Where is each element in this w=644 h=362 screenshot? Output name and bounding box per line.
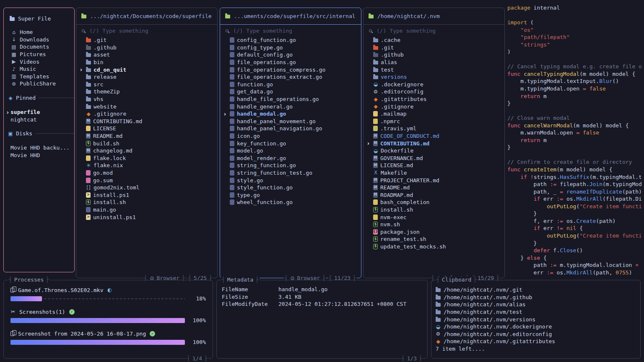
- file-row[interactable]: .mailmap: [364, 110, 504, 118]
- file-row[interactable]: {}package.json: [364, 228, 504, 235]
- file-row[interactable]: MREADME.md: [76, 132, 217, 140]
- file-row[interactable]: MCONTRIBUTING.md: [76, 118, 217, 125]
- file-row[interactable]: nvm-exec: [364, 213, 504, 221]
- file-row[interactable]: wheel_function.go: [220, 199, 361, 206]
- file-row[interactable]: website: [76, 103, 217, 110]
- file-row[interactable]: ⚙.editorconfig: [364, 88, 504, 96]
- disk-item-movie-hhd[interactable]: Movie HHD: [4, 152, 74, 159]
- file-row[interactable]: src: [76, 81, 217, 88]
- file-row[interactable]: vhs: [76, 96, 217, 103]
- file-row[interactable]: .cache: [364, 36, 504, 44]
- sidebar-item-home[interactable]: ⌂Home: [4, 28, 74, 36]
- pinned-item-superfile[interactable]: ›superfile: [4, 109, 74, 116]
- file-row[interactable]: XMakefile: [364, 169, 504, 177]
- file-row[interactable]: .git: [76, 36, 217, 44]
- file-row[interactable]: config_function.go: [220, 36, 361, 44]
- file-row[interactable]: $install.sh: [364, 206, 504, 214]
- file-row[interactable]: test: [364, 66, 504, 73]
- file-row[interactable]: ◆.gitignore: [364, 103, 504, 110]
- panel-search[interactable]: (/) Type something: [76, 25, 217, 36]
- panel-search[interactable]: (/) Type something: [220, 25, 361, 36]
- file-row[interactable]: release: [76, 73, 217, 81]
- file-row[interactable]: $update_test_mocks.sh: [364, 243, 504, 251]
- file-row[interactable]: Mchangelog.md: [76, 147, 217, 155]
- file-row[interactable]: []gomod2nix.toml: [76, 184, 217, 191]
- panel-path-bar[interactable]: ...uments/code/superfile/src/internal: [220, 8, 361, 25]
- file-row[interactable]: ◆.gitignore: [76, 110, 217, 118]
- sidebar-item-templates[interactable]: ▥Templates: [4, 73, 74, 80]
- file-row[interactable]: .npmrc: [364, 118, 504, 125]
- git-config-icon: ◆: [373, 104, 378, 109]
- sidebar-item-publicshare[interactable]: ⊕PublicShare: [4, 80, 74, 88]
- file-row[interactable]: bin: [76, 59, 217, 66]
- file-row[interactable]: MGOVERNANCE.md: [364, 155, 504, 162]
- disk-item-movie-hhd-backu-[interactable]: Movie HHD backu...: [4, 144, 74, 152]
- file-row[interactable]: type.go: [220, 191, 361, 199]
- file-row[interactable]: ›MCONTRIBUTING.md: [364, 140, 504, 147]
- file-row[interactable]: file_operations.go: [220, 59, 361, 66]
- file-row[interactable]: .github: [76, 44, 217, 52]
- sidebar-item-pictures[interactable]: ▦Pictures: [4, 51, 74, 58]
- file-row[interactable]: function.go: [220, 81, 361, 88]
- file-row[interactable]: MREADME.md: [364, 184, 504, 191]
- file-row[interactable]: file_operations_compress.go: [220, 66, 361, 73]
- file-row[interactable]: string_function.go: [220, 162, 361, 169]
- file-row[interactable]: default_config.go: [220, 51, 361, 59]
- file-row[interactable]: LICENSE: [76, 125, 217, 132]
- file-row[interactable]: ✳flake.nix: [76, 162, 217, 169]
- sidebar-item-music[interactable]: ♪Music: [4, 65, 74, 73]
- file-row[interactable]: go.mod: [76, 169, 217, 177]
- file-row[interactable]: style.go: [220, 176, 361, 184]
- file-row[interactable]: handle_panel_navigation.go: [220, 125, 361, 132]
- file-row[interactable]: model.go: [220, 147, 361, 155]
- sidebar-item-downloads[interactable]: ↓Downloads: [4, 36, 74, 44]
- file-row[interactable]: flake.lock: [76, 155, 217, 162]
- process-item[interactable]: Game.of.Thrones.S02E02.mkv◐18%: [4, 286, 213, 302]
- file-row[interactable]: ◒.dockerignore: [364, 81, 504, 88]
- file-row[interactable]: style_function.go: [220, 184, 361, 191]
- panel-search[interactable]: (/) Type something: [364, 25, 504, 36]
- panel-path-bar[interactable]: /home/nightcat/.nvm: [364, 8, 504, 25]
- file-row[interactable]: ›cd_on_quit: [76, 66, 217, 73]
- file-row[interactable]: alias: [364, 59, 504, 66]
- file-row[interactable]: versions: [364, 73, 504, 81]
- file-row[interactable]: handle_panel_movement.go: [220, 118, 361, 125]
- file-row[interactable]: ›handle_modal.go: [220, 110, 361, 118]
- file-row[interactable]: .github: [364, 51, 504, 59]
- file-row[interactable]: $rename_test.sh: [364, 235, 504, 243]
- file-row[interactable]: icon.go: [220, 132, 361, 140]
- file-row[interactable]: $install.sh: [76, 199, 217, 206]
- file-row[interactable]: $nvm.sh: [364, 221, 504, 228]
- file-row[interactable]: >install.ps1: [76, 191, 217, 199]
- file-row[interactable]: $build.sh: [76, 140, 217, 147]
- process-item[interactable]: ✂Screenshots(1)✓100%: [4, 308, 213, 323]
- file-row[interactable]: MLICENSE.md: [364, 162, 504, 169]
- file-row[interactable]: handle_file_operations.go: [220, 96, 361, 103]
- folder-icon: [86, 98, 91, 101]
- file-row[interactable]: MROADMAP.md: [364, 191, 504, 199]
- file-row[interactable]: go.sum: [76, 176, 217, 184]
- file-row[interactable]: themeZip: [76, 88, 217, 96]
- file-row[interactable]: .travis.yml: [364, 125, 504, 132]
- file-row[interactable]: asset: [76, 51, 217, 59]
- file-row[interactable]: handle_general.go: [220, 103, 361, 110]
- file-row[interactable]: string_function_test.go: [220, 169, 361, 177]
- sidebar-item-videos[interactable]: ▶Videos: [4, 58, 74, 65]
- file-row[interactable]: model_render.go: [220, 155, 361, 162]
- file-row[interactable]: key_function.go: [220, 140, 361, 147]
- panel-path-bar[interactable]: .../nightcat/Documents/code/superfile: [76, 8, 217, 25]
- pinned-item-nightcat[interactable]: nightcat: [4, 116, 74, 123]
- file-row[interactable]: .git: [364, 44, 504, 52]
- file-row[interactable]: file_operations_extract.go: [220, 73, 361, 81]
- file-row[interactable]: get_data.go: [220, 88, 361, 96]
- file-row[interactable]: MPROJECT_CHARTER.md: [364, 176, 504, 184]
- file-row[interactable]: bash_completion: [364, 199, 504, 206]
- file-row[interactable]: >uninstall.ps1: [76, 213, 217, 221]
- file-row[interactable]: config_type.go: [220, 44, 361, 52]
- file-row[interactable]: main.go: [76, 206, 217, 214]
- file-row[interactable]: ◆.gitattributes: [364, 96, 504, 103]
- sidebar-item-documents[interactable]: ▤Documents: [4, 43, 74, 51]
- file-row[interactable]: ◒Dockerfile: [364, 147, 504, 155]
- file-row[interactable]: MCODE_OF_CONDUCT.md: [364, 132, 504, 140]
- process-item[interactable]: Screenshot from 2024-05-26 16-08-17.png✓…: [4, 330, 213, 345]
